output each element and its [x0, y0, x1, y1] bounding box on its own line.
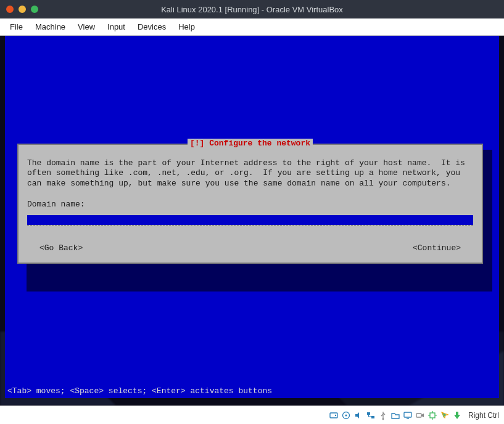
svg-rect-7 — [404, 412, 411, 417]
svg-point-3 — [345, 414, 347, 416]
menu-help[interactable]: Help — [173, 21, 200, 33]
statusbar: Right Ctrl — [0, 406, 504, 424]
close-window-button[interactable] — [6, 6, 14, 13]
domain-name-label: Domain name: — [27, 200, 473, 209]
menu-input[interactable]: Input — [102, 21, 130, 33]
processor-icon[interactable] — [428, 410, 437, 420]
host-key-label: Right Ctrl — [468, 411, 499, 420]
svg-point-1 — [335, 414, 336, 415]
menubar: File Machine View Input Devices Help — [0, 18, 504, 36]
svg-rect-8 — [407, 418, 409, 419]
menu-machine[interactable]: Machine — [30, 21, 70, 33]
input-underline — [27, 226, 473, 226]
mouse-integration-icon[interactable] — [440, 410, 450, 420]
installer-background: [!] Configure the network The domain nam… — [5, 36, 499, 398]
recording-icon[interactable] — [415, 410, 425, 420]
svg-rect-5 — [371, 416, 374, 418]
display-icon[interactable] — [403, 410, 413, 420]
network-icon[interactable] — [366, 410, 376, 420]
svg-rect-4 — [367, 412, 370, 415]
window-title: Kali Linux 2020.1 [Running] - Oracle VM … — [0, 5, 504, 14]
svg-rect-0 — [330, 413, 337, 418]
domain-name-input[interactable] — [27, 215, 473, 225]
shared-folders-icon[interactable] — [390, 410, 400, 420]
maximize-window-button[interactable] — [31, 6, 38, 13]
window-controls — [6, 6, 38, 13]
dialog-description: The domain name is the part of your Inte… — [27, 158, 473, 189]
menu-view[interactable]: View — [73, 21, 100, 33]
menu-devices[interactable]: Devices — [133, 21, 171, 33]
optical-disk-icon[interactable] — [341, 410, 351, 420]
continue-button[interactable]: <Continue> — [413, 243, 461, 253]
hard-disk-icon[interactable] — [329, 410, 339, 420]
svg-point-6 — [382, 418, 384, 420]
minimize-window-button[interactable] — [19, 6, 26, 13]
titlebar: Kali Linux 2020.1 [Running] - Oracle VM … — [0, 0, 504, 18]
dialog-title: [!] Configure the network — [188, 139, 313, 148]
configure-network-dialog: [!] Configure the network The domain nam… — [17, 144, 483, 264]
keyboard-capture-icon[interactable] — [452, 410, 462, 420]
svg-rect-10 — [430, 413, 435, 418]
svg-rect-9 — [416, 414, 421, 417]
usb-icon[interactable] — [378, 410, 388, 420]
menu-file[interactable]: File — [5, 21, 28, 33]
audio-icon[interactable] — [353, 410, 363, 420]
keyboard-hint: <Tab> moves; <Space> selects; <Enter> ac… — [7, 386, 272, 396]
vm-display[interactable]: [!] Configure the network The domain nam… — [0, 36, 504, 406]
go-back-button[interactable]: <Go Back> — [39, 243, 83, 253]
